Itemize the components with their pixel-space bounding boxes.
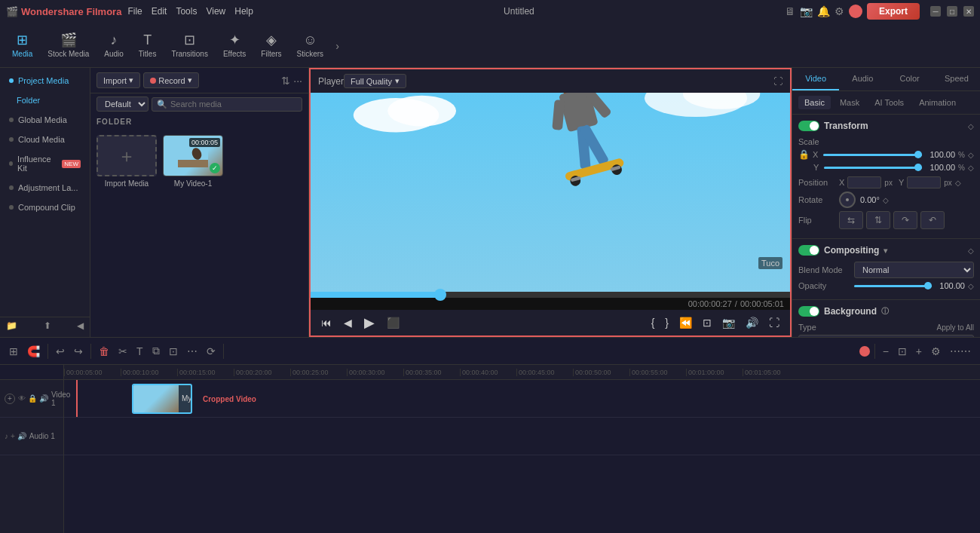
prev-clip-button[interactable]: ⏪ [676,315,695,330]
flip-rotate-cw-button[interactable]: ↷ [893,211,917,229]
timeline-settings-btn[interactable]: ⚙ [928,344,944,359]
rotate-circle[interactable] [839,191,856,208]
video1-speaker-icon[interactable]: 🔊 [39,394,48,403]
video1-eye-icon[interactable]: 👁 [18,394,26,403]
timeline-more-btn[interactable]: ⋯ [184,344,201,359]
timeline-text-btn[interactable]: T [133,344,146,359]
toolbar-transitions[interactable]: ⊡ Transitions [165,29,214,61]
crop-button[interactable]: ⊡ [700,315,715,330]
minimize-button[interactable]: ─ [930,6,941,17]
sidebar-item-cloud-media[interactable]: Cloud Media [3,130,87,149]
screenshot-button[interactable]: 📷 [719,315,738,330]
timeline-fit-btn[interactable]: ⊡ [895,344,910,359]
opacity-slider[interactable] [854,285,932,287]
lock-icon[interactable]: 🔒 [798,149,810,160]
menu-file[interactable]: File [127,6,142,17]
subtab-animation[interactable]: Animation [913,96,962,109]
frame-back-button[interactable]: ◀ [341,315,355,330]
timeline-undo-btn[interactable]: ↩ [53,344,68,359]
mark-in-button[interactable]: { [648,315,658,330]
export-button[interactable]: Export [867,3,920,20]
sidebar-item-folder[interactable]: Folder [3,91,87,109]
stop-button[interactable]: ⬛ [384,315,403,330]
scale-y-keyframe[interactable]: ◇ [968,164,974,172]
transform-toggle[interactable] [798,121,819,131]
import-icon[interactable]: ⬆ [44,320,51,331]
blend-mode-select[interactable]: Normal [854,262,974,278]
default-select[interactable]: Default [96,96,149,112]
sidebar-item-adjustment-layer[interactable]: Adjustment La... [3,179,87,197]
import-button[interactable]: Import ▾ [96,72,140,88]
compositing-toggle[interactable] [798,245,819,256]
toolbar-stickers[interactable]: ☺ Stickers [291,29,330,61]
apply-to-all-label[interactable]: Apply to All [831,323,974,332]
scale-y-slider[interactable] [824,167,922,169]
timeline-delete-btn[interactable]: 🗑 [96,344,112,359]
import-media-item[interactable]: ＋ Import Media [96,135,157,331]
toolbar-media[interactable]: ⊞ Media [6,29,38,61]
fullscreen-button[interactable]: ⛶ [766,315,782,330]
collapse-panel-icon[interactable]: ◀ [77,320,84,331]
transform-keyframe-icon[interactable]: ◇ [968,122,974,130]
toolbar-filters[interactable]: ◈ Filters [255,29,287,61]
search-input[interactable] [170,100,297,109]
timeline-loop-btn[interactable]: ⟳ [204,344,219,359]
menu-help[interactable]: Help [234,6,253,17]
toolbar-stock-media[interactable]: 🎬 Stock Media [41,29,95,61]
position-keyframe[interactable]: ◇ [955,179,961,187]
menu-edit[interactable]: Edit [152,6,167,17]
more-options-icon[interactable]: ··· [293,75,302,87]
settings-icon[interactable]: ⚙ [835,5,844,17]
sort-icon[interactable]: ⇅ [281,75,290,87]
skip-back-button[interactable]: ⏮ [318,315,335,330]
toolbar-titles[interactable]: T Titles [133,29,163,61]
video1-clip[interactable]: My Video-1 [132,384,192,414]
playhead[interactable] [76,380,78,417]
fullscreen-icon[interactable]: ⛶ [773,76,782,87]
menu-view[interactable]: View [206,6,225,17]
toolbar-effects[interactable]: ✦ Effects [217,29,252,61]
tab-video[interactable]: Video [792,68,839,90]
sidebar-item-influence-kit[interactable]: Influence Kit NEW [3,150,87,177]
add-folder-icon[interactable]: 📁 [6,320,17,331]
timeline-copy-btn[interactable]: ⧉ [149,343,163,359]
subtab-ai-tools[interactable]: AI Tools [868,96,910,109]
tab-color[interactable]: Color [887,68,933,90]
record-button[interactable]: Record ▾ [143,72,198,88]
subtab-basic[interactable]: Basic [798,96,831,109]
compositing-keyframe[interactable]: ◇ [968,247,974,255]
audio1-music-icon[interactable]: ♪ [5,432,8,440]
close-button[interactable]: ✕ [963,6,974,17]
menu-tools[interactable]: Tools [176,6,197,17]
timeline-grid-btn[interactable]: ⋯⋯ [947,344,974,359]
position-y-input[interactable]: 0.00 [907,176,941,188]
video1-lock2-icon[interactable]: 🔒 [28,394,37,403]
timeline-redo-btn[interactable]: ↪ [71,344,86,359]
opacity-keyframe[interactable]: ◇ [968,282,974,290]
compositing-expand-icon[interactable]: ▾ [884,247,887,255]
sidebar-item-compound-clip[interactable]: Compound Clip [3,198,87,216]
tab-audio[interactable]: Audio [839,68,886,90]
timeline-cut-btn[interactable]: ✂ [115,344,130,359]
play-button[interactable]: ▶ [361,313,378,332]
background-info-icon[interactable]: ⓘ [881,306,889,317]
audio1-add-icon[interactable]: + [11,432,15,440]
timeline-magnet-btn[interactable]: 🧲 [24,344,43,359]
tab-speed[interactable]: Speed [933,68,980,90]
audio1-speaker2-icon[interactable]: 🔊 [17,432,26,440]
timeline-snap-btn[interactable]: ⊞ [6,344,21,359]
position-x-input[interactable]: 0.00 [847,176,881,188]
flip-horizontal-button[interactable]: ⇆ [839,211,863,229]
video1-add-btn[interactable]: + [5,394,15,404]
timeline-crop-btn[interactable]: ⊡ [166,344,181,359]
flip-rotate-ccw-button[interactable]: ↶ [920,211,945,229]
toolbar-audio[interactable]: ♪ Audio [98,29,130,61]
preview-progress-bar[interactable] [311,292,790,298]
toolbar-expand-arrow[interactable]: › [335,38,339,52]
mark-out-button[interactable]: } [662,315,672,330]
timeline-zoom-in-btn[interactable]: + [913,344,925,359]
preview-playhead-dot[interactable] [434,289,446,301]
rotate-keyframe[interactable]: ◇ [883,196,889,204]
scale-x-keyframe[interactable]: ◇ [968,151,974,159]
timeline-zoom-out-btn[interactable]: − [880,344,892,359]
